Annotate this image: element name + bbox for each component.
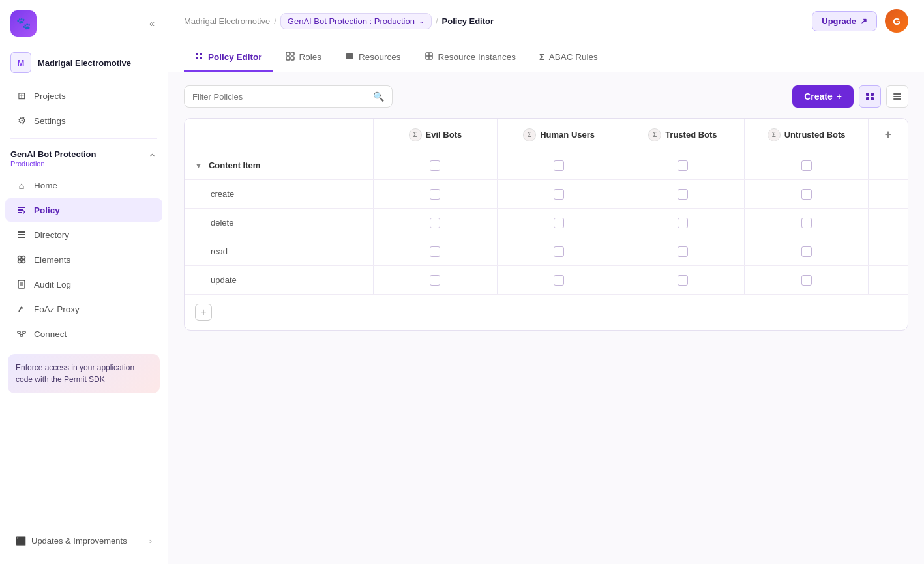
human-users-role-icon: Σ: [523, 128, 536, 141]
breadcrumb-org[interactable]: Madrigal Electromotive: [184, 16, 270, 26]
sidebar-item-directory[interactable]: Directory: [5, 223, 162, 246]
create-label: Create: [804, 91, 833, 102]
org-row[interactable]: M Madrigal Electromotive: [0, 47, 168, 78]
svg-rect-19: [346, 53, 353, 59]
sidebar-item-policy[interactable]: Policy: [5, 198, 162, 222]
cell-read-evil-bots: [374, 237, 498, 265]
checkbox[interactable]: [801, 160, 812, 171]
sidebar-item-projects[interactable]: ⊞ Projects: [5, 84, 162, 108]
tab-policy-editor[interactable]: Policy Editor: [184, 42, 273, 72]
col-header-untrusted-bots: Σ Untrusted Bots: [745, 119, 869, 151]
sidebar-item-home[interactable]: ⌂ Home: [5, 173, 162, 197]
svg-rect-7: [18, 280, 25, 288]
sidebar-item-connect[interactable]: Connect: [5, 322, 162, 346]
checkbox[interactable]: [430, 218, 440, 228]
svg-rect-29: [893, 98, 901, 100]
table-row-create: create: [185, 180, 908, 209]
tab-resource-instances[interactable]: Resource Instances: [414, 42, 526, 72]
svg-rect-11: [23, 331, 25, 333]
cell-update-evil-bots: [374, 266, 498, 294]
checkbox[interactable]: [678, 246, 688, 257]
checkbox[interactable]: [554, 160, 564, 171]
col-header-add[interactable]: +: [869, 119, 908, 151]
updates-icon: ⬛: [16, 536, 26, 546]
breadcrumb-sep2: /: [436, 16, 438, 26]
collapse-button[interactable]: «: [147, 16, 157, 31]
cell-delete-evil-bots: [374, 209, 498, 237]
tab-roles[interactable]: Roles: [275, 42, 333, 72]
cell-content-item-trusted-bots: [621, 151, 745, 179]
cell-update-extra: [869, 266, 908, 294]
list-view-button[interactable]: [886, 85, 908, 108]
upgrade-button[interactable]: Upgrade ↗: [812, 11, 877, 31]
env-toggle-icon[interactable]: ⌃: [147, 151, 157, 166]
cell-read-trusted-bots: [621, 237, 745, 265]
checkbox[interactable]: [801, 275, 812, 286]
cell-content-item-untrusted-bots: [745, 151, 869, 179]
svg-rect-25: [866, 97, 869, 100]
svg-rect-15: [286, 52, 290, 55]
checkbox[interactable]: [430, 189, 440, 200]
sidebar-item-foaz-proxy[interactable]: FoAz Proxy: [5, 297, 162, 321]
cell-content-item-extra: [869, 151, 908, 179]
checkbox[interactable]: [430, 246, 440, 257]
svg-rect-24: [871, 93, 874, 96]
cell-update-untrusted-bots: [745, 266, 869, 294]
tab-label: ABAC Rules: [549, 52, 598, 62]
action-label-update: update: [185, 266, 374, 294]
chevron-down-icon: ▼: [195, 162, 202, 170]
tab-abac-rules[interactable]: Σ ABAC Rules: [529, 43, 608, 71]
checkbox[interactable]: [554, 246, 564, 257]
create-button[interactable]: Create +: [792, 85, 854, 108]
checkbox[interactable]: [430, 275, 440, 286]
svg-point-5: [18, 260, 22, 263]
col-header-human-users: Σ Human Users: [498, 119, 621, 151]
cell-create-untrusted-bots: [745, 180, 869, 208]
action-label-delete: delete: [185, 209, 374, 237]
sidebar-item-label: Audit Log: [34, 280, 71, 289]
checkbox[interactable]: [801, 189, 812, 200]
checkbox[interactable]: [554, 218, 564, 228]
add-resource-button[interactable]: +: [195, 304, 212, 321]
svg-rect-23: [866, 93, 869, 96]
action-label-read: read: [185, 237, 374, 265]
checkbox[interactable]: [678, 218, 688, 228]
add-resource-row: +: [185, 295, 908, 330]
search-input[interactable]: [192, 92, 368, 102]
upgrade-icon: ↗: [860, 16, 867, 26]
checkbox[interactable]: [554, 275, 564, 286]
tab-label: Roles: [299, 52, 322, 62]
checkbox[interactable]: [430, 160, 440, 171]
env-pill[interactable]: GenAI Bot Protection : Production ⌄: [280, 13, 432, 29]
resource-label-content-item[interactable]: ▼ Content Item: [185, 151, 374, 179]
create-plus-icon: +: [837, 91, 842, 102]
projects-icon: ⊞: [16, 90, 27, 102]
tab-resources[interactable]: Resources: [335, 42, 411, 72]
breadcrumb: Madrigal Electromotive / GenAI Bot Prote…: [184, 13, 494, 29]
sidebar-item-settings[interactable]: ⚙ Settings: [5, 109, 162, 132]
main-content: Madrigal Electromotive / GenAI Bot Prote…: [168, 0, 924, 564]
audit-log-icon: [16, 278, 27, 290]
resource-instances-tab-icon: [425, 52, 434, 63]
policy-icon: [16, 204, 27, 216]
action-label-create: create: [185, 180, 374, 208]
sidebar-item-elements[interactable]: Elements: [5, 248, 162, 271]
checkbox[interactable]: [554, 189, 564, 200]
checkbox[interactable]: [678, 275, 688, 286]
svg-rect-0: [18, 231, 25, 233]
user-avatar[interactable]: G: [885, 9, 908, 33]
checkbox[interactable]: [801, 246, 812, 257]
cell-create-extra: [869, 180, 908, 208]
resources-tab-icon: [345, 52, 354, 63]
topbar: Madrigal Electromotive / GenAI Bot Prote…: [168, 0, 924, 42]
tab-label: Resources: [359, 52, 401, 62]
directory-icon: [16, 229, 27, 241]
sidebar-item-audit-log[interactable]: Audit Log: [5, 273, 162, 296]
updates-improvements-row[interactable]: ⬛ Updates & Improvements ›: [5, 529, 162, 552]
checkbox[interactable]: [801, 218, 812, 228]
evil-bots-role-icon: Σ: [409, 128, 422, 141]
connect-icon: [16, 328, 27, 340]
checkbox[interactable]: [678, 160, 688, 171]
grid-view-button[interactable]: [859, 85, 881, 108]
checkbox[interactable]: [678, 189, 688, 200]
